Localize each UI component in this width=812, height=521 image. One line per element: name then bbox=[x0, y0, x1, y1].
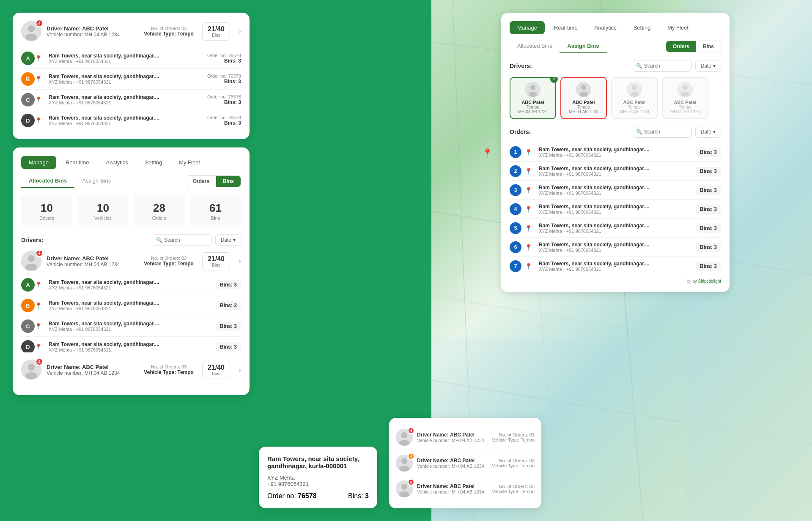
order-contact: XYZ Mehta - +91 9876054321 bbox=[539, 172, 691, 177]
tab-realtime[interactable]: Real-time bbox=[58, 156, 97, 169]
svg-point-22 bbox=[529, 92, 537, 97]
assign-subtab-allocated[interactable]: Allocated Bins bbox=[510, 39, 560, 53]
numbered-order-row[interactable]: 5 📍 Ram Towers, near sita society, gandh… bbox=[510, 219, 721, 238]
order-location: Ram Towers, near sita society, gandhinag… bbox=[534, 223, 696, 234]
driver-card-red[interactable]: ABC Patel Tempo MH 04 AB 1234 bbox=[560, 77, 607, 119]
mini-driver-left: 4 Driver Name: ABC Patel Vehicle number:… bbox=[396, 480, 484, 497]
pin-icon: 📍 bbox=[525, 263, 532, 270]
tab-myfleet[interactable]: My Fleet bbox=[171, 156, 208, 169]
assign-tab-realtime[interactable]: Real-time bbox=[546, 21, 585, 34]
pin-icon: 📍 bbox=[525, 187, 532, 194]
watermark: by by Shipsdelight bbox=[510, 279, 721, 284]
driver-list-item-2[interactable]: 4 Driver Name: ABC Patel Vehicle number:… bbox=[21, 356, 241, 380]
order-details: Order no: 76578 Bins: 3 bbox=[207, 53, 241, 64]
svg-point-27 bbox=[632, 85, 637, 90]
order-info: No. of Orders: 03 Vehicle Type: Tempo bbox=[144, 364, 194, 375]
mini-driver-row[interactable]: 4 Driver Name: ABC Patel Vehicle number:… bbox=[396, 425, 535, 450]
list-item[interactable]: C 📍 Ram Towers, near sita society, gandh… bbox=[21, 316, 241, 337]
numbered-order-row[interactable]: 3 📍 Ram Towers, near sita society, gandh… bbox=[510, 181, 721, 200]
driver-list-item[interactable]: 4 Driver Name: ABC Patel Vehicle number:… bbox=[21, 251, 241, 271]
mini-badge-red: 4 bbox=[408, 479, 414, 486]
bins-badge: Bins: 3 bbox=[216, 280, 241, 289]
order-address: Ram Towers, near sita society, gandhinag… bbox=[539, 223, 691, 229]
order-circle-b: B bbox=[21, 299, 35, 312]
popup-bins: Bins: 3 bbox=[348, 492, 369, 500]
assign-tab-manage[interactable]: Manage bbox=[510, 21, 545, 34]
driver-card-type: Tempo bbox=[565, 105, 602, 109]
order-address: Ram Towers, near sita society, gandhinag… bbox=[539, 204, 691, 210]
assign-date-filter[interactable]: Date ▾ bbox=[695, 60, 721, 72]
assign-tab-analytics[interactable]: Analytics bbox=[587, 21, 624, 34]
driver-card-name: ABC Patel bbox=[565, 100, 602, 105]
toggle-orders[interactable]: Orders bbox=[186, 176, 216, 187]
driver-card-gray-1[interactable]: ABC Patel Tempo MH 04 AB 1234 bbox=[611, 77, 658, 119]
assign-toggle-bins[interactable]: Bins bbox=[696, 41, 721, 52]
stat-vehicles-value: 10 bbox=[84, 202, 122, 215]
popup-order-label: Order no: bbox=[267, 492, 296, 499]
assign-orders-date-filter[interactable]: Date ▾ bbox=[695, 126, 721, 138]
assign-tab-myfleet[interactable]: My Fleet bbox=[660, 21, 696, 34]
orders-count-label: No. of Orders: 03 bbox=[144, 256, 194, 261]
assign-sub-tab-bar: Allocated Bins Assign Bins Orders Bins bbox=[510, 39, 721, 53]
numbered-order-row[interactable]: 2 📍 Ram Towers, near sita society, gandh… bbox=[510, 162, 721, 181]
expand-chevron[interactable]: › bbox=[239, 257, 241, 266]
order-contact: XYZ Mehta - +91 9876054321 bbox=[539, 267, 691, 272]
expand-chevron[interactable]: › bbox=[239, 27, 241, 36]
order-number-circle-2: 2 bbox=[510, 165, 521, 177]
bins-badge: Bins: 3 bbox=[696, 166, 721, 176]
list-item[interactable]: A 📍 Ram Towers, near sita society, gandh… bbox=[21, 275, 241, 295]
driver-card-selected[interactable]: ✓ ABC Patel Tempo MH 04 AB 1234 bbox=[510, 77, 556, 119]
numbered-order-row[interactable]: 1 📍 Ram Towers, near sita society, gandh… bbox=[510, 143, 721, 162]
mini-driver-row[interactable]: 4 Driver Name: ABC Patel Vehicle number:… bbox=[396, 476, 535, 502]
tab-setting[interactable]: Setting bbox=[137, 156, 170, 169]
order-contact: XYZ Mehta - +91 9876054321 bbox=[49, 347, 211, 352]
assign-orders-chevron: ▾ bbox=[713, 129, 716, 135]
assign-toggle-orders[interactable]: Orders bbox=[666, 41, 696, 52]
numbered-order-row[interactable]: 6 📍 Ram Towers, near sita society, gandh… bbox=[510, 238, 721, 257]
assign-tab-setting[interactable]: Setting bbox=[626, 21, 658, 34]
assign-sub-tabs: Allocated Bins Assign Bins bbox=[510, 39, 607, 53]
assign-search-wrap: 🔍 bbox=[633, 60, 692, 72]
list-item[interactable]: D 📍 Ram Towers, near sita society, gandh… bbox=[21, 337, 241, 352]
assign-orders-date-label: Date bbox=[701, 129, 711, 135]
bins-badge: Bins: 3 bbox=[696, 185, 721, 195]
bins-badge: Bins: 3 bbox=[696, 243, 721, 252]
driver-card-vehicle: MH 04 AB 1234 bbox=[667, 109, 703, 114]
order-location: Ram Towers, near sita society, gandhinag… bbox=[534, 242, 696, 253]
subtab-assign-bins[interactable]: Assign Bins bbox=[74, 174, 118, 188]
driver-vehicle-number: Vehicle number: MH 04 AB 1234 bbox=[47, 32, 120, 38]
assign-main-tab-bar: Manage Real-time Analytics Setting My Fl… bbox=[510, 21, 721, 34]
numbered-order-row[interactable]: 7 📍 Ram Towers, near sita society, gandh… bbox=[510, 257, 721, 276]
order-contact: XYZ Mehta - +91 9876054321 bbox=[49, 121, 202, 126]
numbered-order-row[interactable]: 4 📍 Ram Towers, near sita society, gandh… bbox=[510, 200, 721, 219]
subtab-allocated-bins[interactable]: Allocated Bins bbox=[21, 174, 74, 188]
order-circle-a: A bbox=[21, 278, 35, 292]
toggle-bins[interactable]: Bins bbox=[216, 176, 241, 187]
tab-analytics[interactable]: Analytics bbox=[99, 156, 136, 169]
bins-label: Bins bbox=[208, 371, 225, 376]
svg-point-28 bbox=[630, 92, 639, 97]
mini-driver-row[interactable]: 4 Driver Name: ABC Patel Vehicle number:… bbox=[396, 450, 535, 476]
assign-subtab-assign[interactable]: Assign Bins bbox=[560, 39, 606, 53]
date-filter[interactable]: Date ▾ bbox=[215, 234, 241, 246]
pin-icon: 📍 bbox=[35, 281, 42, 288]
tab-manage[interactable]: Manage bbox=[21, 156, 56, 169]
mini-driver-info: Driver Name: ABC Patel Vehicle number: M… bbox=[417, 432, 484, 443]
popup-order-number: 76578 bbox=[298, 492, 317, 499]
expand-chevron[interactable]: › bbox=[239, 366, 241, 374]
list-item[interactable]: B 📍 Ram Towers, near sita society, gandh… bbox=[21, 295, 241, 316]
driver-avatar-wrap: 4 bbox=[21, 251, 41, 271]
driver-name: Driver Name: ABC Patel bbox=[47, 25, 120, 32]
stat-orders-label: Orders bbox=[140, 215, 178, 221]
mini-avatar-wrap: 4 bbox=[396, 455, 413, 472]
driver-card-gray-2[interactable]: ABC Patel Tempo MH 04 AB 1234 bbox=[662, 77, 708, 119]
svg-point-30 bbox=[683, 85, 688, 90]
driver-list: 4 Driver Name: ABC Patel Vehicle number:… bbox=[21, 251, 241, 352]
order-number-circle-4: 4 bbox=[510, 203, 521, 215]
svg-point-25 bbox=[579, 92, 588, 97]
vehicle-type: Vehicle Type: Tempo bbox=[144, 31, 194, 37]
order-address: Ram Towers, near sita society, gandhinag… bbox=[49, 321, 211, 327]
mini-driver-info: Driver Name: ABC Patel Vehicle number: M… bbox=[417, 458, 484, 469]
mini-driver-vehicle: Vehicle number: MH 04 AB 1234 bbox=[417, 464, 484, 469]
sub-tab-bar: Allocated Bins Assign Bins Orders Bins bbox=[21, 174, 241, 188]
